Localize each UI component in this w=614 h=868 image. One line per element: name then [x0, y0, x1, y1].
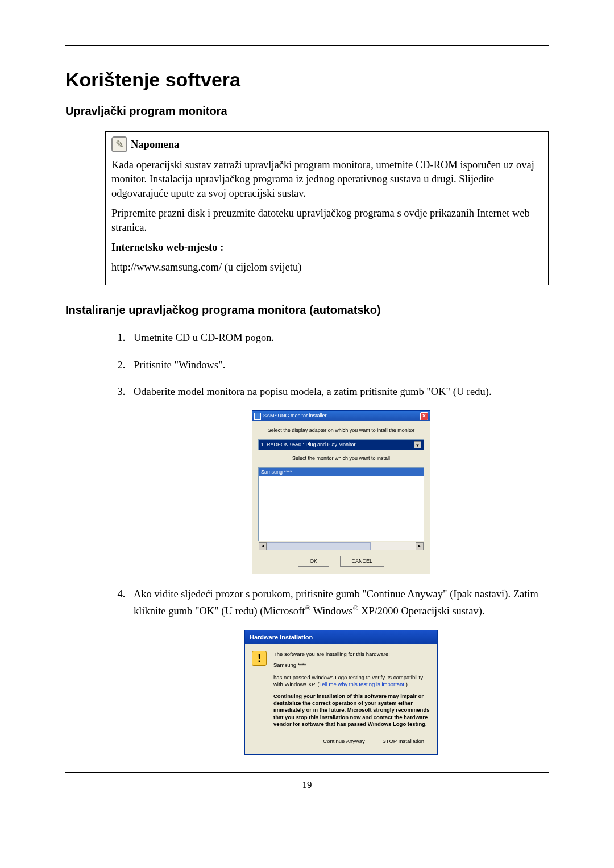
page-number: 19 — [65, 779, 549, 791]
stop-installation-button[interactable]: STOP Installation — [376, 736, 430, 747]
note-header: ✎ Napomena — [111, 136, 542, 152]
note-website-label: Internetsko web-mjesto : — [111, 240, 542, 255]
steps-list: Umetnite CD u CD-ROM pogon. Pritisnite "… — [105, 330, 549, 755]
dialog2-title: Hardware Installation — [245, 630, 437, 645]
logo-text-2: ) — [406, 681, 408, 687]
scroll-right-icon[interactable]: ► — [416, 542, 424, 550]
scroll-track[interactable] — [267, 542, 416, 550]
note-p2: Pripremite prazni disk i preuzmite datot… — [111, 206, 542, 235]
heading-driver: Upravljački program monitora — [65, 105, 549, 118]
dialog-body: Select the display adapter on which you … — [252, 421, 430, 574]
dialog2-text: The software you are installing for this… — [273, 651, 430, 728]
stop-rest: TOP Installation — [386, 738, 424, 744]
logo-test-text: has not passed Windows Logo testing to v… — [273, 674, 430, 688]
app-icon — [254, 413, 261, 420]
hw-name: Samsung **** — [273, 662, 430, 668]
adapter-select[interactable]: 1. RADEON 9550 : Plug and Play Monitor ▼ — [258, 439, 424, 451]
horizontal-scrollbar[interactable]: ◄ ► — [258, 542, 424, 550]
dialog-title: SAMSUNG monitor installer — [263, 412, 327, 420]
step-4-text-b: Windows — [310, 605, 352, 617]
step-3: Odaberite model monitora na popisu model… — [128, 384, 549, 574]
heading-1: Korištenje softvera — [65, 69, 549, 91]
list-item[interactable]: Samsung **** — [259, 468, 424, 477]
cancel-button[interactable]: CANCEL — [340, 556, 385, 567]
step-2: Pritisnite "Windows". — [128, 358, 549, 373]
warning-text: Continuing your installation of this sof… — [273, 693, 430, 728]
step-4-text-c: XP/2000 Operacijski sustav). — [358, 605, 484, 617]
installer-dialog: SAMSUNG monitor installer × Select the d… — [252, 410, 430, 574]
logo-link[interactable]: Tell me why this testing is important. — [320, 681, 406, 687]
step-3-text: Odaberite model monitora na popisu model… — [134, 386, 492, 397]
note-icon: ✎ — [111, 136, 127, 152]
note-website-url: http://www.samsung.com/ (u cijelom svije… — [111, 260, 542, 275]
dialog-titlebar: SAMSUNG monitor installer × — [252, 411, 430, 421]
note-p1: Kada operacijski sustav zatraži upravlja… — [111, 158, 542, 201]
dialog-buttons: OK CANCEL — [258, 556, 424, 567]
monitor-label: Select the monitor which you want to ins… — [258, 455, 424, 463]
reg-mark-2: ® — [353, 604, 359, 612]
rule-top — [65, 45, 549, 46]
reg-mark: ® — [305, 604, 310, 612]
heading-install: Instaliranje upravljačkog programa monit… — [65, 304, 549, 317]
adapter-label: Select the display adapter on which you … — [258, 427, 424, 435]
warning-icon: ! — [252, 651, 267, 666]
step-4: Ako vidite sljedeći prozor s porukom, pr… — [128, 587, 549, 755]
adapter-select-value: 1. RADEON 9550 : Plug and Play Monitor — [261, 441, 356, 449]
dialog2-buttons: Continue Anyway STOP Installation — [245, 736, 437, 754]
hw-intro: The software you are installing for this… — [273, 651, 430, 658]
monitor-list[interactable]: Samsung **** — [258, 467, 424, 541]
chevron-down-icon[interactable]: ▼ — [414, 441, 421, 448]
page: Korištenje softvera Upravljački program … — [0, 0, 614, 868]
scroll-left-icon[interactable]: ◄ — [259, 542, 267, 550]
note-box: ✎ Napomena Kada operacijski sustav zatra… — [105, 131, 549, 285]
scroll-thumb[interactable] — [267, 542, 371, 550]
continue-rest: ontinue Anyway — [327, 738, 365, 744]
note-title: Napomena — [131, 138, 179, 152]
step-1: Umetnite CD u CD-ROM pogon. — [128, 330, 549, 346]
ok-button[interactable]: OK — [298, 556, 329, 567]
close-icon[interactable]: × — [420, 412, 428, 420]
dialog2-body: ! The software you are installing for th… — [245, 644, 437, 736]
rule-bottom — [65, 772, 549, 773]
hardware-installation-dialog: Hardware Installation ! The software you… — [244, 630, 438, 755]
continue-anyway-button[interactable]: Continue Anyway — [317, 736, 371, 747]
